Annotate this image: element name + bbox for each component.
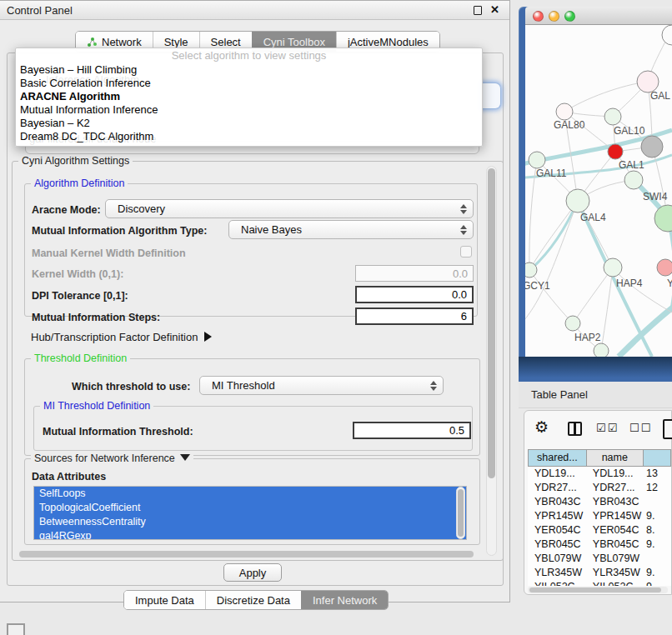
table-row[interactable]: YER054CYER054C8. (528, 523, 671, 538)
gear-icon[interactable]: ⚙ (534, 418, 549, 437)
scrollbar-thumb[interactable] (19, 551, 474, 558)
dropdown-item-dream8-dc-tdc-algorithm[interactable]: Dream8 DC_TDC Algorithm (16, 130, 482, 143)
network-node-gcy1[interactable] (525, 262, 537, 278)
column-header-shared[interactable]: shared... (528, 449, 586, 467)
which-threshold-label: Which threshold to use: (72, 381, 190, 392)
scrollbar-thumb[interactable] (488, 168, 495, 478)
table-cell: YBR045C (528, 538, 586, 552)
table-row[interactable]: YBR043CYBR043C (528, 495, 671, 509)
network-window-titlebar[interactable] (525, 7, 672, 25)
table-cell: 13 (643, 467, 671, 481)
network-node-swi4[interactable] (624, 171, 643, 189)
table-row[interactable]: YIL052CYIL052C9. (528, 580, 671, 586)
column-header-clipped[interactable] (643, 449, 671, 467)
table-row[interactable]: YLR345WYLR345W9. (528, 566, 671, 580)
dropdown-item-aracne-algorithm[interactable]: ARACNE Algorithm (16, 90, 482, 103)
kernel-width-input[interactable] (355, 265, 474, 282)
table-cell: YBR043C (528, 495, 586, 509)
dropdown-item-bayesian-hill-climbing[interactable]: Bayesian – Hill Climbing (16, 63, 482, 77)
sources-title: Sources for Network Inference (34, 452, 175, 464)
node-label-swi4: SWI4 (643, 191, 668, 202)
mi-algorithm-type-select[interactable]: Naive Bayes (228, 220, 474, 239)
network-node-gal1[interactable] (608, 144, 623, 159)
table-cell: YLR345W (586, 566, 643, 580)
cyni-algorithm-settings-group: Cyni Algorithm Settings Algorithm Defini… (12, 161, 504, 561)
network-node-hap4[interactable] (604, 258, 622, 277)
network-node-gal80[interactable] (556, 103, 573, 120)
table-cell (643, 495, 671, 509)
network-node-hap2[interactable] (565, 316, 580, 331)
network-node[interactable] (641, 136, 663, 158)
control-panel-titlebar[interactable]: Control Panel ✕ (0, 1, 509, 20)
settings-horizontal-scrollbar[interactable] (18, 550, 480, 558)
apply-button[interactable]: Apply (223, 563, 282, 582)
scrollbar-thumb[interactable] (529, 588, 661, 592)
float-window-button[interactable] (474, 6, 483, 15)
float-window-icon (474, 6, 482, 15)
attributes-list-scrollbar[interactable] (456, 487, 465, 539)
network-node[interactable] (594, 343, 609, 357)
table-row[interactable]: YBL079WYBL079W (528, 552, 671, 566)
tab-discretize-data[interactable]: Discretize Data (205, 591, 301, 609)
sources-expander[interactable]: Sources for Network Inference (31, 452, 193, 464)
table-cell: YIL052C (528, 580, 586, 586)
hub-transcription-factor-expander[interactable]: Hub/Transcription Factor Definition (31, 331, 212, 343)
close-window-button[interactable]: ✕ (490, 3, 499, 16)
network-node-gal4[interactable] (566, 189, 589, 212)
mi-threshold-input[interactable] (353, 422, 471, 439)
network-node[interactable] (662, 25, 672, 45)
column-header-name[interactable]: name (586, 449, 643, 467)
minimize-traffic-light-button[interactable] (549, 11, 559, 22)
node-label-gal11: GAL11 (536, 168, 567, 179)
aracne-mode-select[interactable]: Discovery (105, 199, 474, 218)
node-label-gal80: GAL80 (554, 119, 585, 131)
close-traffic-light-button[interactable] (533, 11, 544, 22)
import-table-icon[interactable] (663, 419, 672, 439)
table-header-row: shared...name (528, 449, 671, 467)
attribute-item-gal4rgexp[interactable]: gal4RGexp (34, 529, 466, 540)
manual-kernel-width-label: Manual Kernel Width Definition (32, 248, 186, 259)
data-attributes-list[interactable]: SelfLoopsTopologicalCoefficientBetweenne… (33, 486, 467, 540)
tab-impute-data[interactable]: Impute Data (124, 591, 205, 609)
settings-vertical-scrollbar[interactable] (486, 166, 497, 556)
table-row[interactable]: YPR145WYPR145W9. (528, 509, 671, 523)
select-all-columns-icon[interactable]: ☑☑ (596, 422, 619, 434)
mi-steps-label: Mutual Information Steps: (32, 312, 160, 323)
table-row[interactable]: YDL19...YDL19...13 (528, 467, 671, 481)
tab-label: jActiveMNodules (348, 36, 429, 48)
dpi-tolerance-input[interactable] (355, 286, 474, 303)
network-graph: GALGAL80GAL10GAL1GAL11SWI4GAL4GCY1HAP4YH… (525, 25, 672, 357)
scrollbar-thumb[interactable] (458, 489, 464, 537)
network-node-gal10[interactable] (604, 108, 621, 125)
network-canvas[interactable]: GALGAL80GAL10GAL1GAL11SWI4GAL4GCY1HAP4YH… (525, 25, 672, 357)
table-cell: YPR145W (528, 509, 586, 523)
deselect-all-columns-icon[interactable]: ☐☐ (629, 422, 652, 434)
network-node-gal11[interactable] (529, 152, 545, 168)
table-horizontal-scrollbar[interactable] (528, 587, 668, 593)
table-row[interactable]: YBR045CYBR045C9. (528, 538, 671, 552)
which-threshold-select[interactable]: MI Threshold (199, 376, 444, 395)
dropdown-item-mutual-information-inference[interactable]: Mutual Information Inference (16, 103, 482, 117)
dropdown-item-basic-correlation-inference[interactable]: Basic Correlation Inference (16, 77, 482, 90)
network-node-y[interactable] (657, 259, 672, 276)
combo-stepper-icon (460, 224, 467, 236)
network-icon (87, 37, 98, 48)
manual-kernel-width-checkbox[interactable] (460, 246, 472, 258)
network-node[interactable] (654, 205, 672, 232)
zoom-traffic-light-button[interactable] (564, 11, 575, 22)
columns-icon[interactable] (568, 422, 582, 436)
attribute-item-selfloops[interactable]: SelfLoops (34, 487, 466, 501)
table-cell: YIL052C (586, 580, 643, 586)
minimized-panel-icon[interactable] (7, 623, 25, 635)
attribute-item-betweennesscentrality[interactable]: BetweennessCentrality (34, 515, 466, 529)
tab-infer-network[interactable]: Infer Network (301, 591, 388, 609)
combo-stepper-icon (430, 380, 437, 392)
table-cell: 9. (643, 566, 671, 580)
mi-steps-input[interactable] (355, 308, 474, 325)
attribute-item-topologicalcoefficient[interactable]: TopologicalCoefficient (34, 501, 466, 515)
hub-transcription-factor-label: Hub/Transcription Factor Definition (31, 331, 198, 343)
dropdown-item-bayesian-k2[interactable]: Bayesian – K2 (16, 117, 482, 130)
table-row[interactable]: YDR27...YDR27...12 (528, 481, 671, 495)
dpi-tolerance-label: DPI Tolerance [0,1]: (32, 290, 128, 302)
table-cell: 9. (643, 538, 671, 552)
